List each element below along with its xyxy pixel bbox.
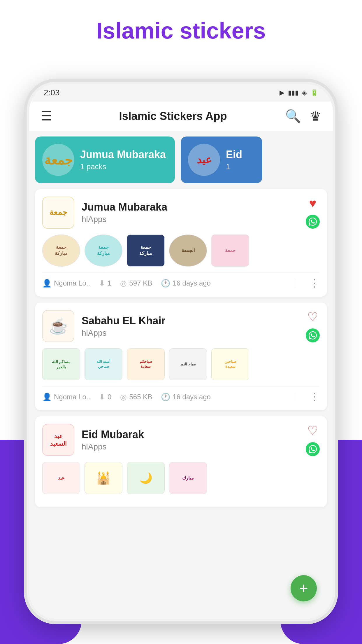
eid-pack-card: عيدالسعيد Eid Mubarak hlApps ♡ xyxy=(35,416,327,507)
sabahu-size-text: 565 KB xyxy=(129,393,152,401)
app-bar: ☰ Islamic Stickers App 🔍 ♛ xyxy=(29,102,333,131)
jumua-banner-text: Jumua Mubaraka 1 packs xyxy=(80,148,166,171)
sabahu-whatsapp-icon[interactable] xyxy=(306,328,320,342)
jumua-pack-icon: جمعة xyxy=(42,197,74,229)
sticker-thumb-1: جمعةمباركة xyxy=(42,235,80,267)
eid-banner-text: Eid 1 xyxy=(226,148,242,171)
sabahu-pack-icon: ☕ xyxy=(42,310,74,342)
sabahu-pack-card: ☕ Sabahu EL Khair hlApps ♡ xyxy=(35,302,327,410)
sabahu-pack-info: Sabahu EL Khair hlApps xyxy=(82,315,298,338)
jumua-banner-title: Jumua Mubaraka xyxy=(80,148,166,161)
sabahu-footer-downloads: ⬇ 0 xyxy=(99,393,111,402)
jumua-banner-icon: جمعة xyxy=(42,144,74,176)
sabahu-thumb-2: أستد اللهصباحي xyxy=(85,348,122,380)
jumua-pack-card: جمعة Jumua Mubaraka hlApps ♥ xyxy=(35,189,327,297)
author-icon-2: 👤 xyxy=(42,393,52,402)
download-icon-2: ⬇ xyxy=(99,393,105,402)
eid-thumb-1: عيد xyxy=(42,462,80,494)
eid-pack-info: Eid Mubarak hlApps xyxy=(82,428,298,452)
sabahu-downloads-text: 0 xyxy=(108,393,111,401)
eid-banner[interactable]: عيد Eid 1 xyxy=(181,136,262,183)
sabahu-more-icon[interactable]: ⋮ xyxy=(305,391,320,403)
sabahu-thumb-4: صباح النور xyxy=(169,348,207,380)
sabahu-pack-author: hlApps xyxy=(82,328,298,338)
eid-pack-name: Eid Mubarak xyxy=(82,428,298,441)
crown-icon[interactable]: ♛ xyxy=(310,109,321,124)
sabahu-footer-size: ◎ 565 KB xyxy=(120,393,152,402)
app-bar-title: Islamic Stickers App xyxy=(61,110,285,123)
jumua-pack-header: جمعة Jumua Mubaraka hlApps ♥ xyxy=(42,196,320,229)
size-icon: ◎ xyxy=(120,279,127,288)
jumua-author-text: Ngoma Lo.. xyxy=(54,279,90,287)
author-icon: 👤 xyxy=(42,279,52,288)
footer-divider-1 xyxy=(296,279,296,288)
status-play-icon: ▶ xyxy=(280,89,284,97)
eid-thumb-2: 🕌 xyxy=(85,462,122,494)
status-icons: ▶ ▮▮▮ ◈ 🔋 xyxy=(280,89,318,97)
jumua-pack-thumbnails: جمعةمباركة جمعةمباركة جمعةمباركة الجمعة … xyxy=(42,235,320,267)
jumua-footer-time: 🕐 16 days ago xyxy=(161,279,211,288)
jumua-footer-author: 👤 Ngoma Lo.. xyxy=(42,279,90,288)
jumua-footer-size: ◎ 597 KB xyxy=(120,279,152,288)
main-content[interactable]: جمعة Jumua Mubaraka 1 packs عيد Eid 1 xyxy=(29,131,333,619)
time-icon: 🕐 xyxy=(161,279,170,288)
sabahu-time-text: 16 days ago xyxy=(173,393,211,401)
eid-whatsapp-icon[interactable] xyxy=(306,442,320,456)
phone-inner: 2:03 ▶ ▮▮▮ ◈ 🔋 ☰ Islamic Stickers App 🔍 … xyxy=(29,84,333,619)
eid-thumb-4: مبارك xyxy=(169,462,207,494)
status-battery-icon: 🔋 xyxy=(310,89,318,97)
sabahu-thumb-3: صباحكمسعادة xyxy=(127,348,165,380)
eid-heart-icon[interactable]: ♡ xyxy=(307,424,318,438)
search-icon[interactable]: 🔍 xyxy=(285,108,301,124)
status-wifi-icon: ◈ xyxy=(302,89,307,97)
eid-thumb-3: 🌙 xyxy=(127,462,165,494)
eid-pack-actions: ♡ xyxy=(306,424,320,456)
sabahu-footer-author: 👤 Ngoma Lo.. xyxy=(42,393,90,402)
sabahu-heart-icon[interactable]: ♡ xyxy=(307,310,318,324)
eid-banner-title: Eid xyxy=(226,148,242,161)
eid-pack-icon: عيدالسعيد xyxy=(42,424,74,456)
jumua-pack-info: Jumua Mubaraka hlApps xyxy=(82,201,298,224)
size-icon-2: ◎ xyxy=(120,393,127,402)
download-icon: ⬇ xyxy=(99,279,105,288)
jumua-size-text: 597 KB xyxy=(129,279,152,287)
eid-banner-subtitle: 1 xyxy=(226,162,242,171)
sabahu-pack-header: ☕ Sabahu EL Khair hlApps ♡ xyxy=(42,310,320,342)
status-time: 2:03 xyxy=(44,88,60,97)
jumua-pack-footer: 👤 Ngoma Lo.. ⬇ 1 ◎ 597 KB 🕐 16 days ago xyxy=(42,272,320,289)
status-bar: 2:03 ▶ ▮▮▮ ◈ 🔋 xyxy=(29,84,333,102)
jumua-pack-actions: ♥ xyxy=(306,196,320,229)
menu-icon[interactable]: ☰ xyxy=(41,110,52,123)
eid-pack-thumbnails: عيد 🕌 🌙 مبارك xyxy=(42,462,320,494)
sabahu-pack-thumbnails: مساكم اللهبالخير أستد اللهصباحي صباحكمسع… xyxy=(42,348,320,380)
sticker-thumb-5: جمعة xyxy=(211,235,249,267)
sabahu-pack-actions: ♡ xyxy=(306,310,320,342)
jumua-more-icon[interactable]: ⋮ xyxy=(305,277,320,289)
sabahu-author-text: Ngoma Lo.. xyxy=(54,393,90,401)
jumua-pack-author: hlApps xyxy=(82,215,298,224)
jumua-banner-subtitle: 1 packs xyxy=(80,162,166,171)
sabahu-pack-name: Sabahu EL Khair xyxy=(82,315,298,327)
eid-pack-header: عيدالسعيد Eid Mubarak hlApps ♡ xyxy=(42,424,320,456)
fab-add-button[interactable]: + xyxy=(291,575,317,601)
status-signal-icon: ▮▮▮ xyxy=(288,89,298,97)
jumua-heart-icon[interactable]: ♥ xyxy=(309,196,317,210)
jumua-pack-name: Jumua Mubaraka xyxy=(82,201,298,213)
jumua-banner[interactable]: جمعة Jumua Mubaraka 1 packs xyxy=(35,136,175,183)
app-bar-actions: 🔍 ♛ xyxy=(285,108,321,124)
eid-pack-author: hlApps xyxy=(82,442,298,452)
sticker-thumb-3: جمعةمباركة xyxy=(127,235,165,267)
sabahu-footer-time: 🕐 16 days ago xyxy=(161,393,211,402)
sticker-thumb-2: جمعةمباركة xyxy=(85,235,122,267)
jumua-whatsapp-icon[interactable] xyxy=(306,215,320,229)
sticker-thumb-4: الجمعة xyxy=(169,235,207,267)
banners-row: جمعة Jumua Mubaraka 1 packs عيد Eid 1 xyxy=(29,131,333,189)
sabahu-thumb-1: مساكم اللهبالخير xyxy=(42,348,80,380)
jumua-time-text: 16 days ago xyxy=(173,279,211,287)
sabahu-pack-footer: 👤 Ngoma Lo.. ⬇ 0 ◎ 565 KB 🕐 16 days ago xyxy=(42,386,320,403)
sabahu-thumb-5: صباحينسعيدة xyxy=(211,348,249,380)
phone-frame: 2:03 ▶ ▮▮▮ ◈ 🔋 ☰ Islamic Stickers App 🔍 … xyxy=(24,79,338,624)
jumua-footer-downloads: ⬇ 1 xyxy=(99,279,111,288)
page-title: Islamic stickers xyxy=(0,18,362,44)
time-icon-2: 🕐 xyxy=(161,393,170,402)
